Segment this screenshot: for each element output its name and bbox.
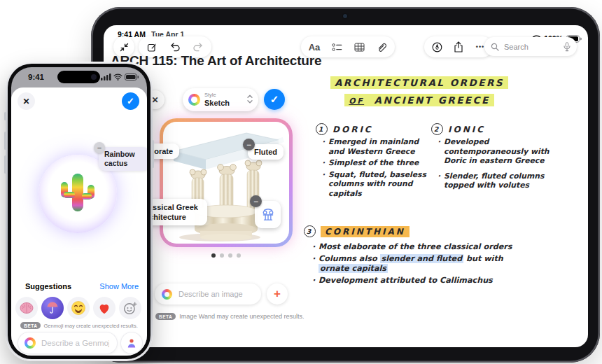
ipad-notes-app: 9:41 AM Tue Apr 1 100% xyxy=(104,25,588,347)
section-corinthian-heading: 3CORINTHIAN xyxy=(304,225,410,237)
show-more-link[interactable]: Show More xyxy=(99,282,139,290)
describe-image-field[interactable] xyxy=(155,284,261,304)
person-icon xyxy=(127,338,136,349)
genmoji-sheet: ✕ ✓ xyxy=(11,88,147,356)
dynamic-island xyxy=(57,71,100,83)
beta-badge: BETA xyxy=(20,322,41,329)
style-value: Sketch xyxy=(204,99,243,107)
section-ionic-bullets: Developed contemporaneously with Doric i… xyxy=(438,137,556,192)
volume-down-button xyxy=(4,155,6,174)
disclaimer-text: Genmoji may create unexpected results. xyxy=(43,323,137,329)
brain-icon xyxy=(19,302,34,314)
add-description-button[interactable]: + xyxy=(267,284,288,304)
style-label: Style xyxy=(204,92,243,98)
beta-badge: BETA xyxy=(155,313,176,320)
front-camera-icon xyxy=(91,74,97,80)
genmoji-confirm-button[interactable]: ✓ xyxy=(122,92,139,110)
markup-icon[interactable] xyxy=(428,38,446,56)
minus-icon: − xyxy=(246,140,251,150)
column-sketch-icon xyxy=(260,207,276,223)
minus-icon: − xyxy=(97,144,102,152)
plus-icon: + xyxy=(274,287,281,301)
apple-intelligence-icon xyxy=(162,289,172,300)
page-dot[interactable] xyxy=(220,253,224,258)
page-dot[interactable] xyxy=(211,253,216,258)
minus-icon: − xyxy=(253,197,258,206)
mute-switch xyxy=(4,112,6,120)
attachment-icon[interactable] xyxy=(372,38,391,56)
person-genmoji-button[interactable] xyxy=(121,332,142,354)
describe-genmoji-field[interactable] xyxy=(18,332,117,354)
suggestions-row xyxy=(15,297,141,319)
ipad-front-camera-icon xyxy=(343,14,347,18)
check-icon: ✓ xyxy=(270,93,279,106)
image-playground-style-icon xyxy=(188,94,200,106)
share-icon[interactable] xyxy=(449,38,468,56)
table-icon[interactable] xyxy=(350,38,368,56)
search-field[interactable] xyxy=(484,37,577,56)
iphone-status-icons xyxy=(101,74,139,80)
disclaimer-text: Image Wand may create unexpected results… xyxy=(179,313,304,320)
describe-image-input[interactable] xyxy=(177,289,254,299)
search-input[interactable] xyxy=(503,42,560,52)
iphone-genmoji-screen: 9:41 ✕ ✓ xyxy=(11,67,147,356)
notes-heading-line2: OF ANCIENT GREECE xyxy=(311,94,528,106)
remove-rainbow-cactus-button[interactable]: − xyxy=(94,142,105,153)
remove-fluted-button[interactable]: − xyxy=(243,139,255,150)
style-picker[interactable]: Style Sketch xyxy=(183,88,258,111)
battery-icon xyxy=(125,74,139,80)
genmoji-disclaimer: BETA Genmoji may create unexpected resul… xyxy=(11,322,147,329)
suggestions-label: Suggestions xyxy=(25,282,71,290)
actions-toolbar-group: ••• xyxy=(424,36,493,57)
remove-sketch-reference-button[interactable]: − xyxy=(250,195,262,207)
signal-icon xyxy=(101,74,111,80)
check-icon: ✓ xyxy=(127,96,134,106)
apple-intelligence-icon xyxy=(24,337,36,349)
side-button xyxy=(152,140,154,168)
brain-genmoji-button[interactable] xyxy=(15,297,38,319)
describe-genmoji-input[interactable] xyxy=(40,338,111,348)
checklist-icon[interactable] xyxy=(328,38,346,56)
section-ionic-heading: 2IONIC xyxy=(431,123,485,135)
add-genmoji-icon xyxy=(123,302,137,315)
dictation-mic-icon[interactable] xyxy=(563,38,571,56)
umbrella-genmoji-button[interactable] xyxy=(41,297,64,319)
iphone-device: 9:41 ✕ ✓ xyxy=(6,62,153,361)
marketing-canvas: 9:41 AM Tue Apr 1 100% xyxy=(0,0,602,364)
iphone-status-time: 9:41 xyxy=(28,73,44,81)
image-wand-confirm-button[interactable]: ✓ xyxy=(264,89,285,110)
volume-up-button xyxy=(4,132,6,150)
image-page-control[interactable] xyxy=(160,253,293,258)
umbrella-icon xyxy=(46,301,59,315)
page-dot[interactable] xyxy=(228,253,232,258)
section-doric-heading: 1DORIC xyxy=(316,123,373,135)
laughing-face-icon xyxy=(71,300,86,316)
heart-genmoji-button[interactable] xyxy=(93,297,115,319)
genmoji-prompt-tag[interactable]: Rainbow cactus xyxy=(99,147,147,171)
chevron-updown-icon xyxy=(247,94,253,106)
page-dot[interactable] xyxy=(237,253,241,258)
new-genmoji-button[interactable] xyxy=(119,297,141,319)
image-wand-disclaimer: BETA Image Wand may create unexpected re… xyxy=(155,313,304,320)
section-corinthian-bullets: Most elaborate of the three classical or… xyxy=(312,242,536,288)
close-icon: ✕ xyxy=(22,97,29,106)
search-icon xyxy=(490,38,500,56)
genmoji-close-button[interactable]: ✕ xyxy=(18,92,35,110)
rainbow-cactus-genmoji xyxy=(59,172,97,216)
wifi-icon xyxy=(113,74,122,80)
section-doric-bullets: Emerged in mainland and Western Greece S… xyxy=(322,137,428,200)
heart-icon xyxy=(97,301,112,315)
laughing-genmoji-button[interactable] xyxy=(67,297,90,319)
ipad-device: 9:41 AM Tue Apr 1 100% xyxy=(91,7,600,363)
notes-heading-line1: ARCHITECTURAL ORDERS xyxy=(311,77,528,88)
